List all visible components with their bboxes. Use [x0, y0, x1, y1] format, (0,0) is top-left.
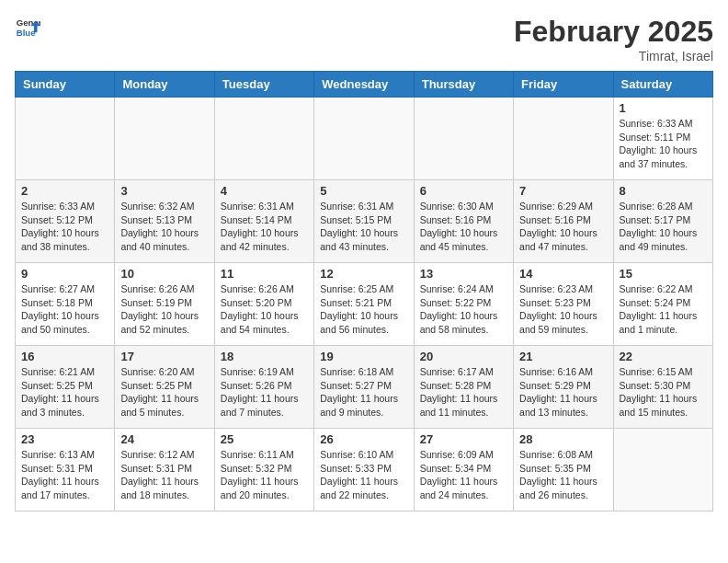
calendar-cell: 10Sunrise: 6:26 AM Sunset: 5:19 PM Dayli… — [115, 263, 214, 346]
day-number: 15 — [620, 267, 707, 281]
calendar-cell — [414, 98, 513, 180]
day-info: Sunrise: 6:15 AM Sunset: 5:30 PM Dayligh… — [620, 365, 707, 419]
day-info: Sunrise: 6:33 AM Sunset: 5:12 PM Dayligh… — [21, 200, 108, 254]
day-number: 25 — [221, 432, 308, 446]
day-info: Sunrise: 6:08 AM Sunset: 5:35 PM Dayligh… — [519, 448, 607, 502]
calendar-cell: 17Sunrise: 6:20 AM Sunset: 5:25 PM Dayli… — [115, 346, 214, 429]
calendar-cell: 3Sunrise: 6:32 AM Sunset: 5:13 PM Daylig… — [115, 180, 214, 263]
calendar-cell: 21Sunrise: 6:16 AM Sunset: 5:29 PM Dayli… — [514, 346, 613, 429]
calendar-week-3: 9Sunrise: 6:27 AM Sunset: 5:18 PM Daylig… — [16, 263, 713, 346]
title-block: February 2025 Timrat, Israel — [514, 15, 713, 63]
logo-icon: General Blue — [15, 15, 40, 40]
day-number: 14 — [519, 267, 607, 281]
calendar-cell: 7Sunrise: 6:29 AM Sunset: 5:16 PM Daylig… — [514, 180, 613, 263]
calendar-cell: 28Sunrise: 6:08 AM Sunset: 5:35 PM Dayli… — [514, 429, 613, 511]
day-info: Sunrise: 6:25 AM Sunset: 5:21 PM Dayligh… — [320, 282, 407, 337]
calendar-cell: 24Sunrise: 6:12 AM Sunset: 5:31 PM Dayli… — [115, 429, 214, 511]
calendar-cell — [214, 98, 313, 180]
page-header: General Blue February 2025 Timrat, Israe… — [15, 15, 713, 63]
day-info: Sunrise: 6:17 AM Sunset: 5:28 PM Dayligh… — [420, 365, 507, 419]
calendar-cell: 19Sunrise: 6:18 AM Sunset: 5:27 PM Dayli… — [314, 346, 414, 429]
day-number: 18 — [221, 350, 308, 363]
col-saturday: Saturday — [613, 72, 712, 98]
calendar-cell: 5Sunrise: 6:31 AM Sunset: 5:15 PM Daylig… — [314, 180, 414, 263]
day-info: Sunrise: 6:31 AM Sunset: 5:15 PM Dayligh… — [320, 200, 407, 254]
day-info: Sunrise: 6:29 AM Sunset: 5:16 PM Dayligh… — [519, 200, 607, 254]
calendar-cell: 14Sunrise: 6:23 AM Sunset: 5:23 PM Dayli… — [514, 263, 613, 346]
day-info: Sunrise: 6:30 AM Sunset: 5:16 PM Dayligh… — [420, 200, 507, 254]
day-info: Sunrise: 6:31 AM Sunset: 5:14 PM Dayligh… — [221, 200, 308, 254]
day-info: Sunrise: 6:18 AM Sunset: 5:27 PM Dayligh… — [320, 365, 407, 419]
calendar-week-2: 2Sunrise: 6:33 AM Sunset: 5:12 PM Daylig… — [16, 180, 713, 263]
day-number: 17 — [120, 350, 208, 363]
calendar-cell: 1Sunrise: 6:33 AM Sunset: 5:11 PM Daylig… — [613, 98, 712, 180]
calendar-cell — [613, 429, 712, 511]
col-tuesday: Tuesday — [214, 72, 313, 98]
day-number: 3 — [120, 184, 208, 198]
day-info: Sunrise: 6:09 AM Sunset: 5:34 PM Dayligh… — [420, 448, 507, 502]
calendar-cell: 20Sunrise: 6:17 AM Sunset: 5:28 PM Dayli… — [414, 346, 513, 429]
svg-text:Blue: Blue — [17, 28, 36, 38]
day-number: 24 — [120, 432, 208, 446]
day-number: 12 — [320, 267, 407, 281]
day-number: 21 — [519, 350, 607, 363]
day-info: Sunrise: 6:20 AM Sunset: 5:25 PM Dayligh… — [120, 365, 208, 419]
day-number: 13 — [420, 267, 507, 281]
day-number: 11 — [221, 267, 308, 281]
col-wednesday: Wednesday — [314, 72, 414, 98]
day-number: 6 — [420, 184, 507, 198]
day-number: 1 — [620, 101, 707, 115]
calendar-week-5: 23Sunrise: 6:13 AM Sunset: 5:31 PM Dayli… — [16, 429, 713, 511]
calendar-cell: 26Sunrise: 6:10 AM Sunset: 5:33 PM Dayli… — [314, 429, 414, 511]
day-info: Sunrise: 6:22 AM Sunset: 5:24 PM Dayligh… — [620, 282, 707, 337]
calendar-week-1: 1Sunrise: 6:33 AM Sunset: 5:11 PM Daylig… — [16, 98, 713, 180]
calendar-cell — [314, 98, 414, 180]
calendar-cell: 2Sunrise: 6:33 AM Sunset: 5:12 PM Daylig… — [16, 180, 115, 263]
day-number: 26 — [320, 432, 407, 446]
day-number: 7 — [519, 184, 607, 198]
day-info: Sunrise: 6:32 AM Sunset: 5:13 PM Dayligh… — [120, 200, 208, 254]
day-number: 28 — [519, 432, 607, 446]
calendar-cell: 18Sunrise: 6:19 AM Sunset: 5:26 PM Dayli… — [214, 346, 313, 429]
day-number: 10 — [120, 267, 208, 281]
day-number: 19 — [320, 350, 407, 363]
col-monday: Monday — [115, 72, 214, 98]
day-info: Sunrise: 6:26 AM Sunset: 5:19 PM Dayligh… — [120, 282, 208, 337]
day-number: 20 — [420, 350, 507, 363]
location: Timrat, Israel — [514, 49, 713, 63]
calendar-cell: 8Sunrise: 6:28 AM Sunset: 5:17 PM Daylig… — [613, 180, 712, 263]
day-info: Sunrise: 6:21 AM Sunset: 5:25 PM Dayligh… — [21, 365, 108, 419]
day-info: Sunrise: 6:12 AM Sunset: 5:31 PM Dayligh… — [120, 448, 208, 502]
day-info: Sunrise: 6:11 AM Sunset: 5:32 PM Dayligh… — [221, 448, 308, 502]
calendar-cell: 22Sunrise: 6:15 AM Sunset: 5:30 PM Dayli… — [613, 346, 712, 429]
calendar-cell: 23Sunrise: 6:13 AM Sunset: 5:31 PM Dayli… — [16, 429, 115, 511]
calendar-table: Sunday Monday Tuesday Wednesday Thursday… — [15, 71, 713, 511]
day-number: 2 — [21, 184, 108, 198]
day-info: Sunrise: 6:16 AM Sunset: 5:29 PM Dayligh… — [519, 365, 607, 419]
day-number: 4 — [221, 184, 308, 198]
day-number: 5 — [320, 184, 407, 198]
day-number: 16 — [21, 350, 108, 363]
calendar-cell: 9Sunrise: 6:27 AM Sunset: 5:18 PM Daylig… — [16, 263, 115, 346]
day-info: Sunrise: 6:13 AM Sunset: 5:31 PM Dayligh… — [21, 448, 108, 502]
calendar-week-4: 16Sunrise: 6:21 AM Sunset: 5:25 PM Dayli… — [16, 346, 713, 429]
col-friday: Friday — [514, 72, 613, 98]
calendar-cell: 16Sunrise: 6:21 AM Sunset: 5:25 PM Dayli… — [16, 346, 115, 429]
month-year: February 2025 — [514, 15, 713, 49]
col-sunday: Sunday — [16, 72, 115, 98]
day-info: Sunrise: 6:27 AM Sunset: 5:18 PM Dayligh… — [21, 282, 108, 337]
day-info: Sunrise: 6:24 AM Sunset: 5:22 PM Dayligh… — [420, 282, 507, 337]
day-number: 22 — [620, 350, 707, 363]
calendar-cell — [514, 98, 613, 180]
day-info: Sunrise: 6:23 AM Sunset: 5:23 PM Dayligh… — [519, 282, 607, 337]
day-number: 27 — [420, 432, 507, 446]
day-info: Sunrise: 6:26 AM Sunset: 5:20 PM Dayligh… — [221, 282, 308, 337]
calendar-cell: 25Sunrise: 6:11 AM Sunset: 5:32 PM Dayli… — [214, 429, 313, 511]
day-number: 23 — [21, 432, 108, 446]
calendar-cell: 15Sunrise: 6:22 AM Sunset: 5:24 PM Dayli… — [613, 263, 712, 346]
day-info: Sunrise: 6:28 AM Sunset: 5:17 PM Dayligh… — [620, 200, 707, 254]
calendar-cell: 6Sunrise: 6:30 AM Sunset: 5:16 PM Daylig… — [414, 180, 513, 263]
calendar-cell: 4Sunrise: 6:31 AM Sunset: 5:14 PM Daylig… — [214, 180, 313, 263]
day-number: 8 — [620, 184, 707, 198]
calendar-cell: 12Sunrise: 6:25 AM Sunset: 5:21 PM Dayli… — [314, 263, 414, 346]
